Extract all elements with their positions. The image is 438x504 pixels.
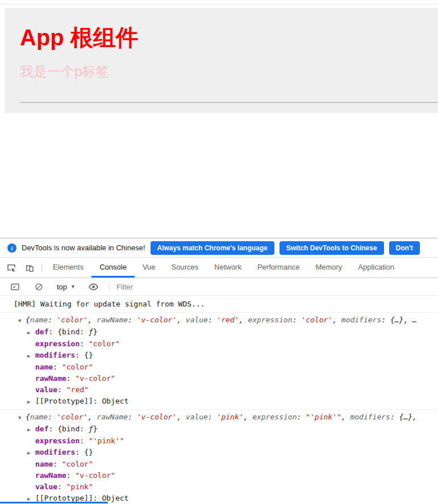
app-paragraph: 我是一个p标签: [20, 62, 438, 81]
preview-string: 'red': [217, 316, 239, 324]
toolbar-divider: [41, 263, 42, 272]
preview-key: expression: [248, 316, 292, 324]
preview-punct: :: [208, 413, 217, 421]
preview-string: 'v-color': [137, 413, 177, 421]
collapse-arrow-icon[interactable]: ▼: [18, 412, 26, 423]
object-property-row: name: "color": [0, 459, 438, 470]
preview-punct: ,: [412, 413, 417, 421]
object-property-row: ▶def: {bind: ƒ}: [0, 423, 438, 435]
property-colon: :: [57, 385, 66, 394]
property-value: {bind: ƒ}: [57, 425, 97, 433]
property-colon: :: [57, 482, 66, 491]
preview-punct: ,: [177, 316, 186, 324]
preview-string: 'color': [301, 316, 332, 324]
property-value: "v-color": [75, 471, 115, 480]
console-context-selector[interactable]: top ▼: [57, 283, 76, 291]
expand-arrow-icon[interactable]: ▶: [27, 396, 35, 408]
object-property-row: expression: "'pink'": [0, 435, 438, 447]
property-colon: :: [53, 363, 62, 371]
object-property-row: value: "red": [0, 384, 438, 396]
property-value: "'pink'": [89, 436, 124, 445]
devtools-panel: i DevTools is now available in Chinese! …: [0, 238, 438, 504]
device-toolbar-icon[interactable]: [20, 258, 39, 278]
preview-punct: ,: [244, 413, 253, 421]
property-key: def: [35, 327, 48, 336]
expand-arrow-icon[interactable]: ▶: [27, 424, 35, 435]
inspect-element-icon[interactable]: [2, 258, 20, 278]
object-property-row: value: "pink": [0, 481, 438, 493]
info-icon: i: [7, 243, 16, 253]
property-value: {}: [84, 351, 93, 359]
property-colon: :: [66, 471, 76, 480]
live-expression-eye-icon[interactable]: [84, 282, 103, 292]
preview-key: name: [30, 316, 48, 324]
property-value: "pink": [66, 482, 93, 491]
preview-string: 'v-color': [137, 316, 177, 324]
object-property-row: rawName: "v-color": [0, 470, 438, 481]
tab-network[interactable]: Network: [206, 258, 249, 278]
switch-devtools-chinese-button[interactable]: Switch DevTools to Chinese: [280, 241, 384, 255]
object-preview-row: ▼{name: 'color', rawName: 'v-color', val…: [0, 411, 438, 423]
preview-key: rawName: [97, 316, 128, 324]
object-property-row: expression: "color": [0, 338, 438, 350]
tab-application[interactable]: Application: [350, 258, 402, 278]
tab-performance[interactable]: Performance: [249, 258, 307, 278]
property-key: expression: [35, 339, 80, 348]
always-match-language-button[interactable]: Always match Chrome's language: [151, 241, 274, 255]
preview-punct: :: [48, 316, 57, 324]
property-value: Object: [102, 397, 128, 405]
property-key: rawName: [35, 471, 66, 480]
object-property-row: ▶[[Prototype]]: Object: [0, 396, 438, 408]
object-property-row: ▶modifiers: {}: [0, 447, 438, 459]
preview-key: value: [186, 316, 208, 324]
property-colon: :: [66, 374, 76, 383]
preview-punct: :: [208, 316, 217, 324]
property-key: [[Prototype]]: [35, 397, 93, 405]
property-colon: :: [75, 351, 84, 359]
console-object-entry: ▼{name: 'color', rawName: 'v-color', val…: [0, 313, 438, 410]
console-sidebar-icon[interactable]: [6, 282, 24, 292]
console-filter-input[interactable]: [115, 282, 220, 292]
preview-punct: :: [128, 413, 137, 421]
property-value: "v-color": [75, 374, 115, 383]
preview-string: 'color': [57, 316, 88, 324]
object-property-row: name: "color": [0, 362, 438, 373]
tab-elements[interactable]: Elements: [45, 258, 91, 278]
property-value: "color": [89, 339, 120, 348]
chevron-down-icon: ▼: [70, 284, 76, 289]
context-selector-label: top: [57, 283, 67, 291]
expand-arrow-icon[interactable]: ▶: [27, 327, 35, 338]
property-key: value: [35, 385, 57, 394]
preview-punct: :: [293, 316, 302, 324]
preview-key: name: [30, 413, 48, 421]
property-key: name: [35, 460, 53, 468]
expand-arrow-icon[interactable]: ▶: [27, 447, 35, 459]
preview-string: 'color': [57, 413, 88, 421]
preview-punct: :: [48, 413, 57, 421]
preview-punct: {: [26, 413, 30, 421]
property-colon: :: [80, 436, 89, 445]
property-value: "color": [62, 363, 93, 371]
property-value: "red": [66, 385, 89, 394]
preview-punct: :: [381, 316, 390, 324]
preview-string: "'pink'": [306, 413, 341, 421]
collapse-arrow-icon[interactable]: ▼: [18, 315, 26, 326]
tab-sources[interactable]: Sources: [164, 258, 207, 278]
preview-punct: ,: [177, 413, 186, 421]
preview-key: value: [186, 413, 208, 421]
clear-console-icon[interactable]: [30, 283, 48, 291]
dismiss-button[interactable]: Don't: [389, 241, 420, 255]
tab-console[interactable]: Console: [91, 258, 135, 278]
property-key: modifiers: [35, 351, 75, 359]
devtools-tab-bar: ElementsConsoleVueSourcesNetworkPerforma…: [0, 258, 438, 278]
expand-arrow-icon[interactable]: ▶: [27, 350, 35, 362]
tab-memory[interactable]: Memory: [307, 258, 350, 278]
object-preview-row: ▼{name: 'color', rawName: 'v-color', val…: [0, 314, 438, 326]
property-colon: :: [48, 327, 57, 336]
property-value: "color": [62, 460, 93, 468]
property-key: expression: [35, 436, 80, 445]
property-colon: :: [53, 460, 62, 468]
property-colon: :: [48, 425, 57, 433]
tab-vue[interactable]: Vue: [135, 258, 164, 278]
preview-punct: ,: [88, 413, 97, 421]
